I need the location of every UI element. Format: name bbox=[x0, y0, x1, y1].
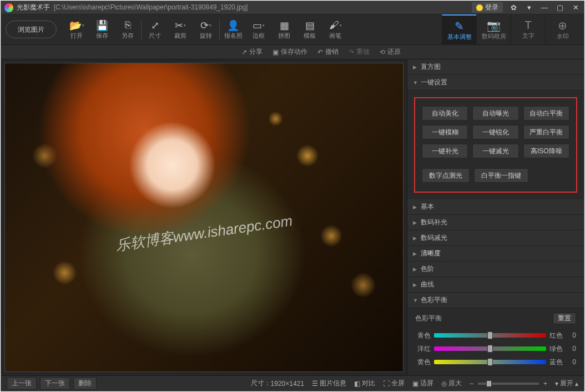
prev-button[interactable]: 上一张 bbox=[7, 377, 37, 390]
maximize-icon[interactable]: ▢ bbox=[555, 4, 565, 12]
fit-button[interactable]: ▣适屏 bbox=[412, 379, 433, 388]
main-toolbar: 浏览图片 📂▾打开 💾保存 ⎘另存 ⤢尺寸 ✂▾裁剪 ⟳▾旋转 👤报名照 ▭▾边… bbox=[1, 14, 584, 45]
tool-frame[interactable]: ▭▾边框 bbox=[249, 16, 269, 43]
chevron-right-icon: ▶ bbox=[413, 282, 418, 288]
preset-wb-picker[interactable]: 白平衡一指键 bbox=[474, 168, 528, 183]
cb-red-label: 红色 bbox=[549, 331, 565, 340]
settings-icon[interactable]: ✿ bbox=[508, 4, 518, 12]
chevron-right-icon: ▶ bbox=[413, 64, 418, 70]
chevron-up-icon: ▴ bbox=[575, 380, 578, 388]
preset-dimlight[interactable]: 一键减光 bbox=[472, 144, 518, 158]
cb-reset-button[interactable]: 重置 bbox=[553, 313, 576, 324]
section-oneclick[interactable]: ▼一键设置 bbox=[407, 75, 584, 91]
resize-icon: ⤢ bbox=[151, 19, 159, 32]
section-digidim[interactable]: ▶数码减光 bbox=[407, 230, 584, 246]
chevron-right-icon: ▶ bbox=[413, 220, 418, 225]
slider-yellow-blue[interactable] bbox=[434, 360, 546, 364]
tool-save[interactable]: 💾保存 bbox=[92, 16, 112, 43]
share-button[interactable]: ↗分享 bbox=[241, 47, 263, 57]
status-bar: 上一张 下一张 删除 尺寸：1920×1421 ☰图片信息 ◧对比 ⛶全屏 ▣适… bbox=[1, 375, 584, 391]
section-sharp[interactable]: ▶清晰度 bbox=[407, 246, 584, 262]
cb-value: 0 bbox=[568, 358, 576, 366]
tool-rotate[interactable]: ⟳▾旋转 bbox=[196, 16, 216, 43]
chevron-right-icon: ▶ bbox=[413, 204, 418, 210]
crop-icon: ✂▾ bbox=[175, 19, 186, 32]
text-icon: T bbox=[525, 19, 531, 32]
preset-filllight[interactable]: 一键补光 bbox=[422, 144, 468, 158]
share-icon: ↗ bbox=[241, 48, 247, 56]
close-icon[interactable]: ✕ bbox=[571, 4, 581, 12]
record-icon: ▣ bbox=[273, 48, 279, 56]
preset-auto-exposure[interactable]: 自动曝光 bbox=[472, 106, 518, 120]
preset-auto-wb[interactable]: 自动白平衡 bbox=[523, 106, 569, 120]
title-bar: 光影魔术手 [C:\Users\isharepc\Pictures\Wallpa… bbox=[1, 1, 584, 14]
tool-collage[interactable]: ▦拼图 bbox=[274, 16, 294, 43]
section-digifill[interactable]: ▶数码补光 bbox=[407, 215, 584, 230]
restore-button[interactable]: ⟲还原 bbox=[380, 47, 401, 57]
section-cbal[interactable]: ▼色彩平衡 bbox=[407, 293, 584, 308]
expand-button[interactable]: ▾展开▴ bbox=[555, 379, 578, 388]
tab-darkroom[interactable]: 📷数码暗房 bbox=[476, 14, 511, 45]
preset-iso-nr[interactable]: 高ISO降噪 bbox=[523, 144, 569, 158]
slider-cyan-red[interactable] bbox=[434, 333, 546, 338]
login-button[interactable]: 登录 bbox=[472, 2, 503, 13]
open-icon: 📂▾ bbox=[69, 19, 84, 32]
preset-blur[interactable]: 一键模糊 bbox=[422, 125, 468, 139]
section-curve[interactable]: ▶曲线 bbox=[407, 277, 584, 293]
redo-button[interactable]: ↷重做 bbox=[349, 47, 370, 57]
slider-thumb[interactable] bbox=[487, 345, 493, 353]
app-window: 光影魔术手 [C:\Users\isharepc\Pictures\Wallpa… bbox=[1, 1, 584, 391]
save-action-button[interactable]: ▣保存动作 bbox=[273, 47, 307, 57]
preset-spotmeter[interactable]: 数字点测光 bbox=[422, 168, 470, 183]
preset-auto-beautify[interactable]: 自动美化 bbox=[422, 106, 468, 120]
next-button[interactable]: 下一张 bbox=[40, 377, 70, 390]
dropdown-icon[interactable]: ▾ bbox=[524, 4, 534, 12]
tool-save-as[interactable]: ⎘另存 bbox=[118, 16, 138, 43]
content-area: 乐软博客www.isharepc.com ▶直方图 ▼一键设置 自动美化 自动曝… bbox=[1, 59, 584, 375]
tab-basic-adjust[interactable]: ✎基本调整 bbox=[442, 14, 476, 45]
slider-magenta-green[interactable] bbox=[434, 346, 546, 351]
undo-button[interactable]: ↶撤销 bbox=[317, 47, 339, 57]
idphoto-icon: 👤 bbox=[227, 19, 239, 32]
delete-button[interactable]: 删除 bbox=[73, 377, 97, 390]
section-basic[interactable]: ▶基本 bbox=[407, 199, 584, 215]
orig-button[interactable]: ◎原大 bbox=[441, 379, 462, 388]
file-path: [C:\Users\isharepc\Pictures\Wallpaper\po… bbox=[54, 3, 248, 11]
tool-resize[interactable]: ⤢尺寸 bbox=[145, 16, 165, 43]
info-button[interactable]: ☰图片信息 bbox=[312, 379, 346, 388]
save-as-icon: ⎘ bbox=[125, 19, 131, 32]
zoom-out-button[interactable]: − bbox=[470, 380, 473, 388]
fullscreen-button[interactable]: ⛶全屏 bbox=[383, 379, 405, 388]
slider-thumb[interactable] bbox=[487, 331, 493, 339]
accordion: ▶直方图 ▼一键设置 自动美化 自动曝光 自动白平衡 一键模糊 一键锐化 严重白… bbox=[407, 59, 584, 375]
chevron-down-icon: ▾ bbox=[555, 380, 558, 388]
collage-icon: ▦ bbox=[280, 19, 289, 32]
cb-green-label: 绿色 bbox=[549, 344, 565, 354]
tab-text[interactable]: T文字 bbox=[511, 14, 545, 45]
right-tabs: ✎基本调整 📷数码暗房 T文字 ⊕水印 bbox=[442, 14, 579, 45]
preset-hard-wb[interactable]: 严重白平衡 bbox=[523, 125, 569, 139]
tool-brush[interactable]: 🖌▾画笔 bbox=[325, 16, 345, 43]
tool-idphoto[interactable]: 👤报名照 bbox=[223, 16, 243, 43]
zoom-thumb[interactable] bbox=[486, 380, 492, 387]
preset-sharpen[interactable]: 一键锐化 bbox=[472, 125, 518, 139]
oneclick-body: 自动美化 自动曝光 自动白平衡 一键模糊 一键锐化 严重白平衡 一键补光 一键减… bbox=[407, 91, 584, 199]
right-panel: ▶直方图 ▼一键设置 自动美化 自动曝光 自动白平衡 一键模糊 一键锐化 严重白… bbox=[407, 59, 584, 375]
minimize-icon[interactable]: — bbox=[539, 4, 549, 12]
cb-magenta-label: 洋红 bbox=[415, 344, 431, 354]
tool-template[interactable]: ▤模板 bbox=[300, 16, 320, 43]
zoom-slider[interactable] bbox=[478, 383, 539, 385]
tab-watermark[interactable]: ⊕水印 bbox=[545, 14, 579, 45]
image-canvas[interactable]: 乐软博客www.isharepc.com bbox=[1, 59, 407, 375]
browse-button[interactable]: 浏览图片 bbox=[6, 21, 57, 38]
cb-cyan-label: 青色 bbox=[415, 331, 431, 340]
tool-open[interactable]: 📂▾打开 bbox=[67, 16, 87, 43]
slider-thumb[interactable] bbox=[487, 358, 493, 366]
restore-icon: ⟲ bbox=[380, 48, 385, 56]
zoom-in-button[interactable]: + bbox=[543, 380, 547, 388]
section-levels[interactable]: ▶色阶 bbox=[407, 262, 584, 277]
tool-crop[interactable]: ✂▾裁剪 bbox=[170, 16, 190, 43]
compare-button[interactable]: ◧对比 bbox=[354, 379, 375, 388]
section-histogram[interactable]: ▶直方图 bbox=[407, 59, 584, 75]
separator bbox=[141, 19, 142, 40]
